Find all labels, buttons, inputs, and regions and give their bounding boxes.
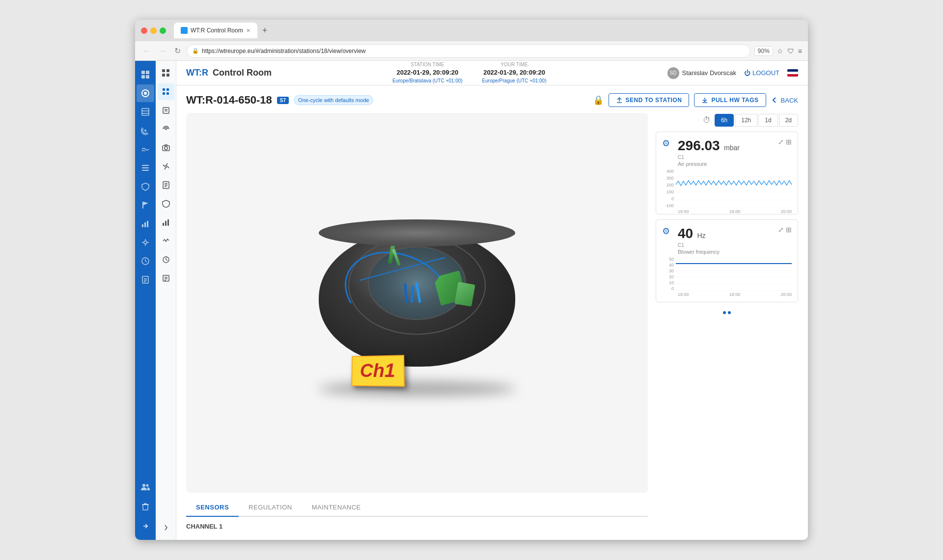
sidebar-item-broadcast[interactable] <box>137 122 154 139</box>
left-panel: Ch1 SENSORS REGULATION <box>186 113 648 532</box>
svg-point-29 <box>142 484 145 487</box>
station-area: WT:R-014-650-18 S7 One-cycle with defaul… <box>176 85 808 540</box>
tab-close-icon[interactable]: ✕ <box>246 27 250 34</box>
svg-point-47 <box>165 147 167 150</box>
left-sidebar-bottom <box>158 519 174 540</box>
app-logo: WT:R Control Room <box>186 68 272 78</box>
sidebar-item-document[interactable] <box>137 271 154 289</box>
svg-rect-37 <box>166 74 169 77</box>
left-sidebar-fan[interactable] <box>158 158 174 175</box>
new-tab-button[interactable]: + <box>259 26 271 36</box>
your-time-value: 2022-01-29, 20:09:20 <box>482 68 547 77</box>
chart-actions-2: ⤢ ⊞ <box>778 226 792 234</box>
fullscreen-icon-1[interactable]: ⊞ <box>786 138 792 146</box>
sidebar-item-shield[interactable] <box>137 178 154 195</box>
pull-hw-tags-button[interactable]: PULL HW TAGS <box>694 93 766 107</box>
left-sidebar-chart[interactable] <box>158 214 174 231</box>
bowl-rim <box>319 219 515 246</box>
sidebar-item-list[interactable] <box>137 159 154 177</box>
svg-point-48 <box>165 165 167 167</box>
address-bar[interactable]: 🔒 https://wtreurope.eu/#/administration/… <box>187 44 750 58</box>
sidebar-item-automation[interactable] <box>137 234 154 251</box>
tab-regulation[interactable]: REGULATION <box>239 499 302 516</box>
left-sidebar-notes[interactable] <box>158 270 174 287</box>
bowl-container: Ch1 <box>314 210 520 396</box>
logout-button[interactable]: ⏻ LOGOUT <box>744 69 779 77</box>
language-flag[interactable] <box>787 69 798 77</box>
back-button[interactable]: BACK <box>771 97 798 104</box>
ch1-label: Ch1 <box>351 355 405 387</box>
left-sidebar-expand[interactable] <box>158 519 174 536</box>
sidebar-item-bars[interactable] <box>137 215 154 233</box>
x-axis-1: 16:00 18:00 20:00 <box>662 209 792 214</box>
sidebar-item-wind[interactable] <box>137 140 154 158</box>
refresh-nav-button[interactable]: ↻ <box>172 44 183 57</box>
sidebar-item-layers[interactable] <box>137 103 154 121</box>
back-arrow-icon <box>771 97 778 104</box>
user-info: SD Stanislav Dvorscak <box>667 67 737 79</box>
tab-sensors[interactable]: SENSORS <box>186 499 239 517</box>
sidebar-item-clock[interactable] <box>137 252 154 270</box>
fullscreen-icon-2[interactable]: ⊞ <box>786 226 792 234</box>
sidebar-item-users[interactable] <box>137 478 154 496</box>
chart-inner-2: 50 40 30 20 10 0 <box>662 257 792 291</box>
svg-rect-34 <box>162 69 165 72</box>
left-sidebar-shield[interactable] <box>158 195 174 212</box>
lock-icon[interactable]: 🔒 <box>593 95 604 106</box>
svg-line-58 <box>166 260 167 261</box>
svg-point-45 <box>166 129 166 130</box>
zoom-indicator: 90% <box>754 46 773 56</box>
left-sidebar-schedule[interactable] <box>158 251 174 268</box>
left-sidebar-reports[interactable] <box>158 177 174 193</box>
bookmark-icon[interactable]: ☆ <box>777 47 783 55</box>
air-pressure-chart: ⚙ 296.03 mbar C1 Air pressure <box>656 132 798 214</box>
filter-2d[interactable]: 2d <box>779 114 798 127</box>
svg-point-30 <box>146 484 149 487</box>
sidebar-item-stations[interactable] <box>137 84 154 102</box>
bowl-body <box>319 229 515 367</box>
shield-icon[interactable]: 🛡 <box>787 47 794 55</box>
svg-rect-15 <box>144 222 146 227</box>
send-to-station-button[interactable]: SEND TO STATION <box>609 93 690 107</box>
svg-rect-35 <box>166 69 169 72</box>
left-sidebar-camera[interactable] <box>158 139 174 156</box>
station-header: WT:R-014-650-18 S7 One-cycle with defaul… <box>186 93 798 107</box>
user-avatar: SD <box>667 67 679 79</box>
svg-rect-42 <box>163 107 169 113</box>
left-sidebar-logs[interactable] <box>158 102 174 119</box>
left-sidebar-view[interactable] <box>158 83 174 100</box>
left-sidebar-automation[interactable] <box>158 233 174 249</box>
forward-nav-button[interactable]: → <box>157 45 168 57</box>
expand-icon-1[interactable]: ⤢ <box>778 138 784 146</box>
logout-label: LOGOUT <box>752 69 779 77</box>
left-sidebar-overview[interactable] <box>158 65 174 81</box>
station-time-label: STATION TIME <box>392 61 463 68</box>
bowl-shadow <box>319 381 515 396</box>
chart-header-1: ⚙ 296.03 mbar C1 Air pressure <box>662 138 792 167</box>
sidebar-collapse-button[interactable] <box>137 517 154 535</box>
close-button[interactable] <box>141 27 147 34</box>
tab-maintenance[interactable]: MAINTENANCE <box>302 499 371 516</box>
time-filter-bar: 6h 12h 1d 2d <box>715 114 798 127</box>
expand-icon-2[interactable]: ⤢ <box>778 226 784 234</box>
back-nav-button[interactable]: ← <box>141 45 153 57</box>
sidebar-item-trash[interactable] <box>137 498 154 515</box>
3d-visualization: Ch1 <box>186 113 648 493</box>
svg-rect-38 <box>163 88 165 91</box>
filter-1d[interactable]: 1d <box>758 114 777 127</box>
left-sidebar-signal[interactable] <box>158 121 174 137</box>
back-label: BACK <box>781 97 798 104</box>
svg-rect-25 <box>142 276 148 283</box>
chart-title-area-2: ⚙ 40 Hz C1 Blower frequency <box>662 226 720 255</box>
maximize-button[interactable] <box>160 27 166 34</box>
menu-icon[interactable]: ≡ <box>798 47 802 55</box>
sidebar-item-flag[interactable] <box>137 196 154 214</box>
sidebar-item-dashboard[interactable] <box>137 66 154 83</box>
browser-tab[interactable]: WT:R Control Room ✕ <box>174 23 257 38</box>
filter-6h[interactable]: 6h <box>715 114 734 127</box>
svg-rect-13 <box>142 202 143 209</box>
minimize-button[interactable] <box>150 27 157 34</box>
logo-wt: WT:R <box>186 68 208 78</box>
filter-12h[interactable]: 12h <box>735 114 757 127</box>
chart-history-icon[interactable]: ⏱ <box>703 116 711 125</box>
